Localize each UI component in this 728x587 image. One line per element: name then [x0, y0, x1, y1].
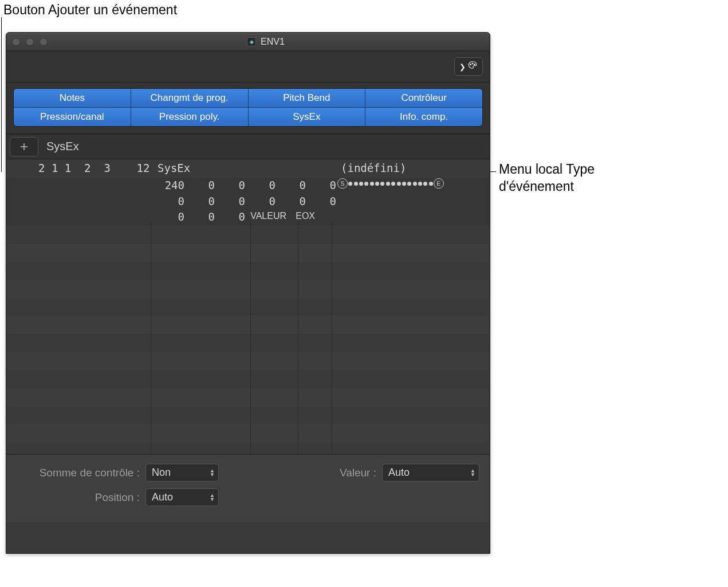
filter-notes[interactable]: Notes — [14, 89, 131, 108]
stepper-icon: ▲▼ — [470, 469, 475, 477]
add-event-button[interactable] — [10, 137, 38, 156]
stepper-icon: ▲▼ — [210, 469, 215, 477]
event-position[interactable]: 2 1 1 2 3 12 — [6, 162, 151, 174]
filter-pitch-bend[interactable]: Pitch Bend — [249, 89, 366, 108]
window-title-wrap: ◆ ENV1 — [48, 37, 484, 47]
minimize-icon[interactable] — [26, 38, 34, 46]
callout-right-line2: d'événement — [499, 179, 574, 194]
byte[interactable]: 0 — [184, 178, 215, 194]
checksum-value: Non — [152, 467, 171, 479]
valeur-value: Auto — [388, 467, 410, 479]
byte[interactable]: 0 — [276, 178, 306, 194]
filter-grid: Notes Changmt de prog. Pitch Bend Contrô… — [13, 88, 483, 127]
svg-point-2 — [474, 64, 475, 65]
byte[interactable]: 0 — [276, 194, 306, 210]
callout-add-event: Bouton Ajouter un événement — [3, 2, 177, 18]
filter-additional-info[interactable]: Info. comp. — [365, 108, 482, 126]
event-type-header: SysEx — [151, 162, 334, 174]
end-marker-icon: E — [434, 178, 444, 189]
byte[interactable]: 0 — [306, 178, 336, 194]
start-marker-icon: S — [337, 178, 348, 189]
valeur-label: VALEUR — [245, 209, 286, 225]
valeur-select[interactable]: Auto ▲▼ — [382, 464, 479, 482]
position-value: Auto — [152, 491, 173, 503]
filter-controller[interactable]: Contrôleur — [365, 89, 482, 108]
close-icon[interactable] — [12, 38, 20, 46]
window-title: ENV1 — [261, 37, 285, 47]
byte[interactable]: 0 — [215, 178, 245, 194]
filter-sysex[interactable]: SysEx — [249, 108, 366, 126]
event-type-row: SysEx — [6, 134, 490, 159]
valeur-field-label: Valeur : — [325, 467, 376, 479]
byte[interactable]: 0 — [184, 209, 215, 225]
event-filter-panel: Notes Changmt de prog. Pitch Bend Contrô… — [6, 83, 490, 134]
region-icon: ◆ — [247, 37, 256, 46]
byte[interactable]: 0 — [184, 194, 215, 210]
checksum-select[interactable]: Non ▲▼ — [145, 464, 219, 482]
byte[interactable]: 0 — [306, 194, 336, 210]
checksum-label: Somme de contrôle : — [17, 467, 140, 479]
event-definition: (indéfini) — [334, 162, 490, 174]
byte[interactable]: 0 — [245, 194, 276, 210]
callout-line-top — [1, 17, 2, 172]
footer-controls: Somme de contrôle : Non ▲▼ Valeur : Auto… — [6, 454, 490, 522]
stepper-icon: ▲▼ — [210, 494, 215, 502]
byte[interactable]: 0 — [245, 178, 276, 194]
position-select[interactable]: Auto ▲▼ — [145, 488, 219, 506]
event-list[interactable]: 2 1 1 2 3 12 SysEx (indéfini) 240 0 0 0 … — [6, 159, 490, 454]
filter-poly-pressure[interactable]: Pression poly. — [131, 108, 249, 126]
chevron-right-icon: ❯ — [459, 62, 466, 71]
byte[interactable]: 0 — [215, 194, 245, 210]
traffic-lights — [12, 38, 48, 46]
eox-label: EOX — [286, 209, 315, 225]
zoom-icon[interactable] — [40, 38, 48, 46]
callout-right-line1: Menu local Type — [499, 162, 595, 177]
event-list-window: ◆ ENV1 ❯ Notes Changmt de prog. Pitch Be… — [6, 32, 490, 554]
callout-event-type-menu: Menu local Type d'événement — [499, 161, 595, 195]
filter-program-change[interactable]: Changmt de prog. — [131, 89, 249, 108]
event-type-menu[interactable]: SysEx — [46, 140, 79, 153]
byte[interactable]: 0 — [154, 194, 184, 210]
color-palette-button[interactable]: ❯ — [454, 57, 483, 76]
palette-icon — [467, 60, 478, 73]
sysex-visual: S E — [337, 178, 444, 189]
svg-point-1 — [472, 63, 473, 64]
svg-point-0 — [470, 64, 471, 65]
byte[interactable]: 0 — [154, 209, 184, 225]
toolbar: ❯ — [6, 51, 490, 83]
position-label: Position : — [17, 491, 140, 504]
titlebar[interactable]: ◆ ENV1 — [6, 33, 490, 51]
byte[interactable]: 240 — [154, 178, 184, 194]
byte[interactable]: 0 — [215, 209, 245, 225]
filter-channel-pressure[interactable]: Pression/canal — [14, 108, 131, 126]
